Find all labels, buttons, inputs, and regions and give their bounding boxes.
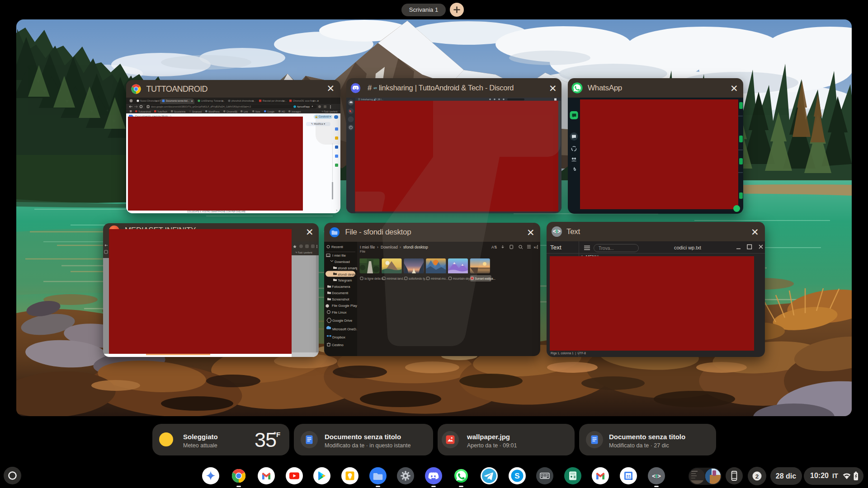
svg-text:Telegram: Telegram <box>338 278 352 282</box>
svg-text:Fotocamera: Fotocamera <box>332 285 350 289</box>
svg-text:31: 31 <box>626 474 631 479</box>
svg-text:Immagini: Immagini <box>292 110 301 113</box>
svg-text:sfondi smartph...: sfondi smartph... <box>338 266 357 270</box>
svg-text:minimal-mo...: minimal-mo... <box>430 277 448 280</box>
svg-text:I miei file: I miei file <box>332 253 346 258</box>
svg-text:ScuolaVela: ScuolaVela <box>174 110 185 113</box>
svg-text:<t>: <t> <box>652 473 661 479</box>
svg-text:minimal-land...: minimal-land... <box>387 277 406 280</box>
svg-text:Note: Note <box>255 110 260 113</box>
svg-text:File Linux: File Linux <box>332 310 347 314</box>
svg-text:Dropbox: Dropbox <box>332 335 345 339</box>
svg-text:Screenshot: Screenshot <box>332 297 349 301</box>
svg-text:Smanced: Smanced <box>192 110 202 113</box>
svg-text:↷ Tutti i preferiti: ↷ Tutti i preferiti <box>295 251 312 254</box>
svg-text:la ligne della lu...: la ligne della lu... <box>364 277 386 281</box>
svg-text:↷ Tutti i preferiti: ↷ Tutti i preferiti <box>321 110 338 113</box>
svg-text:✕: ✕ <box>191 100 193 103</box>
svg-text:2: 2 <box>755 473 759 480</box>
svg-text:✕: ✕ <box>312 100 315 103</box>
svg-text:Cestino: Cestino <box>332 343 344 347</box>
svg-text:S: S <box>514 472 519 480</box>
svg-text:mountain-sky...: mountain-sky... <box>453 277 472 281</box>
svg-text:✕: ✕ <box>155 100 157 103</box>
svg-text:WordPress: WordPress <box>208 110 220 113</box>
svg-text:docs.google.com/document/d/1B0: docs.google.com/document/d/1B0GVTd_qzGm1… <box>151 105 251 108</box>
svg-text:✕: ✕ <box>222 100 224 103</box>
svg-text:Nuovo Chromebook? 10...: Nuovo Chromebook? 10... <box>140 100 165 102</box>
svg-text:Documenti: Documenti <box>332 291 349 295</box>
svg-text:Link: Link <box>244 110 248 113</box>
svg-text:ApricotFlapp: ApricotFlapp <box>297 105 310 108</box>
svg-text:Sunset-wallpa...: Sunset-wallpa... <box>475 277 495 281</box>
svg-text:sfondi desktop: sfondi desktop <box>403 245 428 249</box>
svg-text:sfondi desktop: sfondi desktop <box>338 272 357 277</box>
svg-text:ChromeSfj: ChromeSfj <box>226 110 237 113</box>
svg-text:›: › <box>377 245 378 249</box>
svg-text:✕: ✕ <box>282 100 284 103</box>
svg-text:✕: ✕ <box>252 100 254 103</box>
svg-text:›: › <box>400 245 401 249</box>
svg-text:Download: Download <box>335 260 350 264</box>
svg-text:Microsoft OneD...: Microsoft OneD... <box>332 327 357 331</box>
svg-text:I miei file: I miei file <box>360 245 375 249</box>
svg-text:✕/: ✕/ <box>533 246 537 249</box>
svg-text:Recenti: Recenti <box>331 245 343 249</box>
svg-text:sottofondo ty...: sottofondo ty... <box>408 277 427 281</box>
svg-text:Google: Google <box>267 110 274 113</box>
svg-text:Tuttoandroid: Tuttoandroid <box>138 110 151 113</box>
svg-text:File Google Play: File Google Play <box>332 304 357 308</box>
svg-text:Download: Download <box>381 245 398 249</box>
svg-text:A⇅: A⇅ <box>491 245 497 249</box>
svg-text:Documento senza titol...: Documento senza titol... <box>166 100 189 102</box>
svg-text:Google Drive: Google Drive <box>332 319 352 323</box>
svg-text:+: + <box>317 99 319 103</box>
svg-text:HO: HO <box>282 110 285 113</box>
svg-text:File: File <box>360 249 365 253</box>
svg-text:TuttoTech: TuttoTech <box>157 110 167 113</box>
